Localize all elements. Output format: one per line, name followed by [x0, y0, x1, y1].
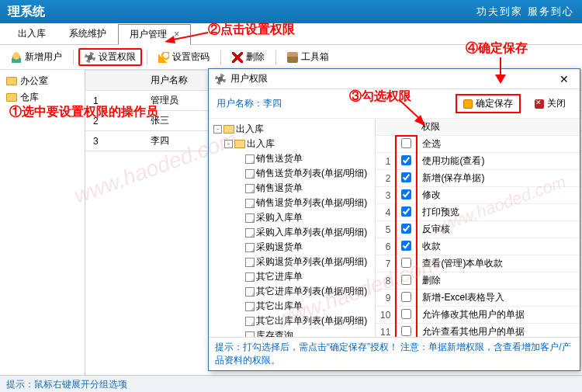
tree-node[interactable]: 销售送货单	[212, 151, 372, 166]
sidebar-office-label: 办公室	[20, 75, 48, 88]
permission-row: 9新增-Excel表格导入	[376, 290, 580, 307]
cell-num: 3	[85, 131, 143, 151]
perm-checkbox[interactable]	[401, 155, 411, 165]
add-user-button[interactable]: 新增用户	[5, 48, 68, 66]
perm-label: 允许查看其他用户的单据	[417, 324, 580, 338]
document-icon	[245, 302, 255, 311]
dialog-close-label: 关闭	[547, 97, 566, 110]
module-tree: -出入库-出入库销售送货单销售送货单列表(单据/明细)销售退货单销售退货单列表(…	[212, 122, 372, 337]
perm-checkbox-cell	[396, 153, 417, 170]
confirm-save-label: 确定保存	[476, 97, 513, 110]
tree-node[interactable]: 库存查询	[212, 328, 372, 337]
module-tree-panel[interactable]: -出入库-出入库销售送货单销售送货单列表(单据/明细)销售退货单销售退货单列表(…	[209, 119, 376, 337]
document-icon	[245, 317, 255, 326]
perm-checkbox[interactable]	[401, 189, 411, 199]
sidebar-item-warehouse[interactable]: 仓库	[3, 89, 81, 106]
perm-checkbox[interactable]	[401, 258, 411, 268]
perm-checkbox[interactable]	[401, 292, 411, 302]
dialog-close-button[interactable]: 关闭	[528, 94, 572, 113]
perm-num: 4	[376, 204, 396, 221]
tree-node[interactable]: 其它进库单列表(单据/明细)	[212, 284, 372, 299]
tree-node[interactable]: 销售退货单列表(单据/明细)	[212, 196, 372, 210]
perm-checkbox[interactable]	[401, 224, 411, 234]
set-permission-label: 设置权限	[99, 50, 136, 64]
tree-node[interactable]: -出入库	[212, 137, 372, 151]
user-icon	[11, 52, 22, 63]
separator	[147, 50, 147, 64]
document-icon	[245, 258, 255, 267]
perm-label: 新增(保存单据)	[417, 170, 580, 187]
delete-label: 删除	[246, 50, 265, 64]
permission-row: 11允许查看其他用户的单据	[376, 324, 580, 338]
permission-row: 4打印预览	[376, 204, 580, 221]
set-permission-button[interactable]: 设置权限	[78, 48, 142, 66]
perm-label: 修改	[417, 187, 580, 204]
tree-node[interactable]: 采购退货单列表(单据/明细)	[212, 255, 372, 269]
perm-num: 5	[376, 221, 396, 238]
document-icon	[245, 228, 255, 238]
document-icon	[245, 243, 255, 252]
sidebar-item-office[interactable]: 办公室	[3, 73, 81, 89]
delete-button[interactable]: 删除	[226, 48, 271, 66]
perm-checkbox[interactable]	[401, 172, 411, 182]
username-value: 李四	[263, 98, 282, 109]
perm-checkbox[interactable]	[401, 309, 411, 319]
tree-node[interactable]: 采购退货单	[212, 240, 372, 255]
permission-row: 6收款	[376, 238, 580, 255]
tree-node[interactable]: 销售退货单	[212, 181, 372, 196]
tab-user-mgmt-label: 用户管理	[130, 29, 167, 40]
perm-checkbox[interactable]	[401, 275, 411, 285]
tree-node[interactable]: 采购入库单列表(单据/明细)	[212, 225, 372, 240]
toolbox-button[interactable]: 工具箱	[281, 48, 335, 66]
perm-label: 反审核	[417, 221, 580, 238]
perm-num: 9	[376, 290, 396, 307]
set-password-button[interactable]: 设置密码	[152, 48, 216, 66]
close-icon	[535, 99, 544, 109]
perm-checkbox-cell	[396, 290, 417, 307]
perm-label: 打印预览	[417, 204, 580, 221]
status-bar: 提示：鼠标右键展开分组选项	[0, 375, 582, 392]
folder-icon	[223, 125, 234, 134]
expand-icon[interactable]: -	[224, 140, 233, 148]
tab-user-mgmt[interactable]: 用户管理 ×	[118, 24, 191, 45]
toolbox-label: 工具箱	[301, 50, 329, 64]
permission-dialog: 用户权限 ✕ 用户名称：李四 确定保存 关闭 -出入库-出入库销售送货单销售送货…	[208, 68, 580, 371]
permission-row: 全选	[376, 136, 580, 153]
dialog-close-icon[interactable]: ✕	[555, 73, 573, 85]
set-password-label: 设置密码	[172, 50, 210, 64]
tree-node[interactable]: 其它出库单	[212, 299, 372, 314]
perm-checkbox[interactable]	[401, 138, 411, 148]
perm-checkbox[interactable]	[401, 326, 411, 336]
tree-node[interactable]: 销售送货单列表(单据/明细)	[212, 166, 372, 181]
expand-icon[interactable]: -	[213, 125, 222, 134]
permission-row: 5反审核	[376, 221, 580, 238]
perm-label: 收款	[417, 238, 580, 255]
confirm-save-button[interactable]: 确定保存	[456, 94, 521, 113]
sidebar: 办公室 仓库	[0, 70, 85, 378]
tab-maintenance[interactable]: 系统维护	[57, 23, 118, 44]
perm-checkbox-cell	[396, 324, 417, 338]
cell-num: 2	[85, 111, 143, 131]
tab-inventory[interactable]: 出入库	[6, 23, 57, 44]
perm-checkbox[interactable]	[401, 241, 411, 251]
separator	[73, 50, 74, 64]
tree-label: 采购入库单列表(单据/明细)	[256, 226, 367, 239]
document-icon	[245, 154, 255, 164]
permission-row: 10允许修改其他用户的单据	[376, 307, 580, 324]
app-title: 理系统	[8, 4, 45, 20]
username-label: 用户名称：	[217, 98, 263, 109]
document-icon	[245, 213, 255, 223]
perm-num: 11	[376, 324, 396, 338]
folder-icon	[6, 77, 17, 85]
permission-panel[interactable]: 权限 全选1使用功能(查看)2新增(保存单据)3修改4打印预览5反审核6收款7查…	[376, 119, 580, 337]
tree-node[interactable]: 其它进库单	[212, 269, 372, 284]
tree-label: 采购退货单	[256, 241, 303, 254]
hint-text: 提示：打勾选择后，需点击“确定保存”授权！	[215, 342, 398, 352]
tree-node[interactable]: -出入库	[212, 122, 372, 137]
perm-label: 使用功能(查看)	[417, 153, 580, 170]
tree-node[interactable]: 采购入库单	[212, 210, 372, 225]
perm-checkbox[interactable]	[401, 206, 411, 217]
tab-close-icon[interactable]: ×	[174, 29, 179, 40]
sidebar-warehouse-label: 仓库	[20, 91, 39, 104]
tree-node[interactable]: 其它出库单列表(单据/明细)	[212, 314, 372, 328]
